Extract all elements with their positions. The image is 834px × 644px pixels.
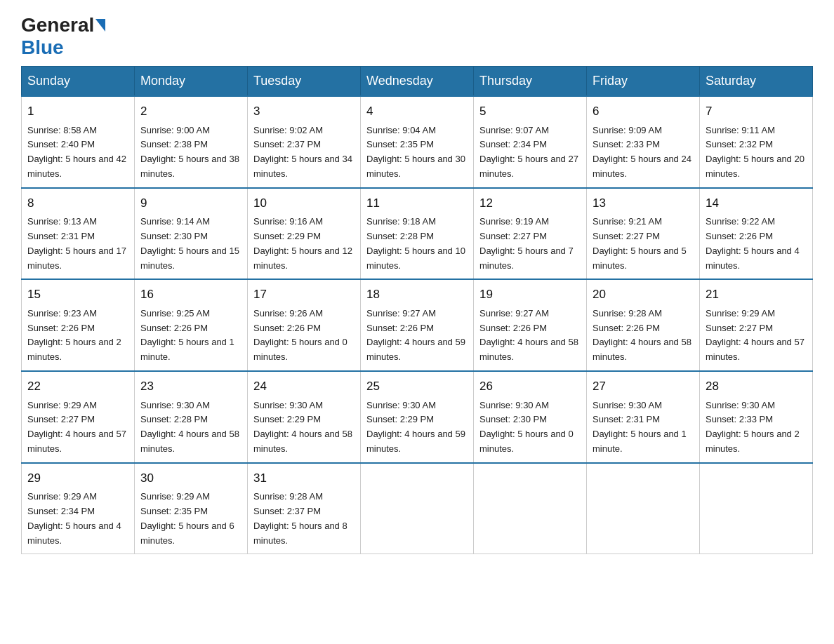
logo-blue-text: Blue	[21, 36, 64, 59]
day-number: 8	[27, 194, 128, 213]
calendar-header: SundayMondayTuesdayWednesdayThursdayFrid…	[22, 67, 813, 97]
calendar-day-23: 23 Sunrise: 9:30 AMSunset: 2:28 PMDaylig…	[135, 371, 248, 463]
logo-arrow-icon	[95, 19, 105, 32]
day-number: 29	[27, 469, 128, 488]
day-number: 21	[706, 286, 807, 304]
calendar-day-17: 17 Sunrise: 9:26 AMSunset: 2:26 PMDaylig…	[248, 279, 361, 371]
calendar-day-28: 28 Sunrise: 9:30 AMSunset: 2:33 PMDaylig…	[700, 371, 813, 463]
day-info: Sunrise: 8:58 AMSunset: 2:40 PMDaylight:…	[27, 125, 126, 179]
day-number: 12	[479, 194, 581, 213]
day-number: 27	[593, 377, 694, 396]
page-header: General Blue	[21, 14, 813, 59]
day-number: 20	[593, 286, 694, 304]
calendar-week-1: 1 Sunrise: 8:58 AMSunset: 2:40 PMDayligh…	[22, 96, 813, 188]
day-info: Sunrise: 9:29 AMSunset: 2:34 PMDaylight:…	[27, 491, 121, 545]
day-info: Sunrise: 9:29 AMSunset: 2:35 PMDaylight:…	[140, 491, 234, 545]
day-info: Sunrise: 9:13 AMSunset: 2:31 PMDaylight:…	[27, 216, 126, 270]
calendar-day-21: 21 Sunrise: 9:29 AMSunset: 2:27 PMDaylig…	[700, 279, 813, 371]
day-info: Sunrise: 9:29 AMSunset: 2:27 PMDaylight:…	[706, 308, 805, 362]
calendar-body: 1 Sunrise: 8:58 AMSunset: 2:40 PMDayligh…	[22, 96, 813, 554]
calendar-day-3: 3 Sunrise: 9:02 AMSunset: 2:37 PMDayligh…	[248, 96, 361, 188]
day-info: Sunrise: 9:22 AMSunset: 2:26 PMDaylight:…	[706, 216, 800, 270]
day-number: 1	[27, 102, 128, 121]
day-info: Sunrise: 9:30 AMSunset: 2:28 PMDaylight:…	[140, 400, 239, 454]
calendar-week-4: 22 Sunrise: 9:29 AMSunset: 2:27 PMDaylig…	[22, 371, 813, 463]
weekday-header-tuesday: Tuesday	[248, 67, 361, 97]
day-info: Sunrise: 9:21 AMSunset: 2:27 PMDaylight:…	[593, 216, 687, 270]
calendar-day-10: 10 Sunrise: 9:16 AMSunset: 2:29 PMDaylig…	[248, 188, 361, 280]
weekday-header-wednesday: Wednesday	[361, 67, 474, 97]
day-number: 17	[253, 286, 355, 304]
calendar-day-31: 31 Sunrise: 9:28 AMSunset: 2:37 PMDaylig…	[248, 463, 361, 554]
calendar-empty-cell	[474, 463, 587, 554]
calendar-day-12: 12 Sunrise: 9:19 AMSunset: 2:27 PMDaylig…	[474, 188, 587, 280]
calendar-empty-cell	[700, 463, 813, 554]
day-info: Sunrise: 9:26 AMSunset: 2:26 PMDaylight:…	[253, 308, 348, 362]
day-info: Sunrise: 9:29 AMSunset: 2:27 PMDaylight:…	[27, 400, 126, 454]
calendar-day-5: 5 Sunrise: 9:07 AMSunset: 2:34 PMDayligh…	[474, 96, 587, 188]
day-number: 19	[479, 286, 581, 304]
day-info: Sunrise: 9:00 AMSunset: 2:38 PMDaylight:…	[140, 125, 239, 179]
day-info: Sunrise: 9:23 AMSunset: 2:26 PMDaylight:…	[27, 308, 121, 362]
calendar-day-30: 30 Sunrise: 9:29 AMSunset: 2:35 PMDaylig…	[135, 463, 248, 554]
calendar-table: SundayMondayTuesdayWednesdayThursdayFrid…	[21, 66, 813, 554]
calendar-empty-cell	[587, 463, 700, 554]
day-number: 2	[140, 102, 241, 121]
weekday-header-monday: Monday	[135, 67, 248, 97]
calendar-day-14: 14 Sunrise: 9:22 AMSunset: 2:26 PMDaylig…	[700, 188, 813, 280]
day-number: 11	[366, 194, 468, 213]
day-number: 9	[140, 194, 241, 213]
day-number: 26	[479, 377, 581, 396]
day-number: 14	[706, 194, 807, 213]
day-number: 18	[366, 286, 468, 304]
day-number: 7	[706, 102, 807, 121]
calendar-day-20: 20 Sunrise: 9:28 AMSunset: 2:26 PMDaylig…	[587, 279, 700, 371]
calendar-week-3: 15 Sunrise: 9:23 AMSunset: 2:26 PMDaylig…	[22, 279, 813, 371]
day-info: Sunrise: 9:28 AMSunset: 2:26 PMDaylight:…	[593, 308, 691, 362]
calendar-day-25: 25 Sunrise: 9:30 AMSunset: 2:29 PMDaylig…	[361, 371, 474, 463]
day-number: 5	[479, 102, 581, 121]
weekday-header-sunday: Sunday	[22, 67, 135, 97]
day-info: Sunrise: 9:11 AMSunset: 2:32 PMDaylight:…	[706, 125, 805, 179]
day-info: Sunrise: 9:30 AMSunset: 2:33 PMDaylight:…	[706, 400, 800, 454]
calendar-day-18: 18 Sunrise: 9:27 AMSunset: 2:26 PMDaylig…	[361, 279, 474, 371]
calendar-day-7: 7 Sunrise: 9:11 AMSunset: 2:32 PMDayligh…	[700, 96, 813, 188]
day-number: 30	[140, 469, 241, 488]
day-info: Sunrise: 9:02 AMSunset: 2:37 PMDaylight:…	[253, 125, 352, 179]
day-number: 24	[253, 377, 355, 396]
calendar-day-19: 19 Sunrise: 9:27 AMSunset: 2:26 PMDaylig…	[474, 279, 587, 371]
calendar-day-2: 2 Sunrise: 9:00 AMSunset: 2:38 PMDayligh…	[135, 96, 248, 188]
calendar-day-6: 6 Sunrise: 9:09 AMSunset: 2:33 PMDayligh…	[587, 96, 700, 188]
calendar-day-22: 22 Sunrise: 9:29 AMSunset: 2:27 PMDaylig…	[22, 371, 135, 463]
calendar-day-15: 15 Sunrise: 9:23 AMSunset: 2:26 PMDaylig…	[22, 279, 135, 371]
day-info: Sunrise: 9:18 AMSunset: 2:28 PMDaylight:…	[366, 216, 465, 270]
day-info: Sunrise: 9:09 AMSunset: 2:33 PMDaylight:…	[593, 125, 691, 179]
weekday-header-thursday: Thursday	[474, 67, 587, 97]
logo: General Blue	[21, 14, 107, 59]
day-info: Sunrise: 9:14 AMSunset: 2:30 PMDaylight:…	[140, 216, 239, 270]
calendar-day-13: 13 Sunrise: 9:21 AMSunset: 2:27 PMDaylig…	[587, 188, 700, 280]
day-number: 4	[366, 102, 468, 121]
day-info: Sunrise: 9:19 AMSunset: 2:27 PMDaylight:…	[479, 216, 574, 270]
day-number: 3	[253, 102, 355, 121]
day-info: Sunrise: 9:27 AMSunset: 2:26 PMDaylight:…	[366, 308, 465, 362]
calendar-day-27: 27 Sunrise: 9:30 AMSunset: 2:31 PMDaylig…	[587, 371, 700, 463]
day-number: 23	[140, 377, 241, 396]
logo-general-text: General	[21, 14, 94, 36]
calendar-day-11: 11 Sunrise: 9:18 AMSunset: 2:28 PMDaylig…	[361, 188, 474, 280]
day-number: 28	[706, 377, 807, 396]
calendar-day-29: 29 Sunrise: 9:29 AMSunset: 2:34 PMDaylig…	[22, 463, 135, 554]
day-info: Sunrise: 9:30 AMSunset: 2:30 PMDaylight:…	[479, 400, 574, 454]
weekday-header-row: SundayMondayTuesdayWednesdayThursdayFrid…	[22, 67, 813, 97]
day-number: 16	[140, 286, 241, 304]
calendar-week-2: 8 Sunrise: 9:13 AMSunset: 2:31 PMDayligh…	[22, 188, 813, 280]
calendar-day-24: 24 Sunrise: 9:30 AMSunset: 2:29 PMDaylig…	[248, 371, 361, 463]
day-info: Sunrise: 9:27 AMSunset: 2:26 PMDaylight:…	[479, 308, 578, 362]
calendar-day-1: 1 Sunrise: 8:58 AMSunset: 2:40 PMDayligh…	[22, 96, 135, 188]
day-info: Sunrise: 9:30 AMSunset: 2:31 PMDaylight:…	[593, 400, 687, 454]
day-number: 31	[253, 469, 355, 488]
weekday-header-saturday: Saturday	[700, 67, 813, 97]
day-number: 15	[27, 286, 128, 304]
day-number: 22	[27, 377, 128, 396]
day-info: Sunrise: 9:25 AMSunset: 2:26 PMDaylight:…	[140, 308, 234, 362]
